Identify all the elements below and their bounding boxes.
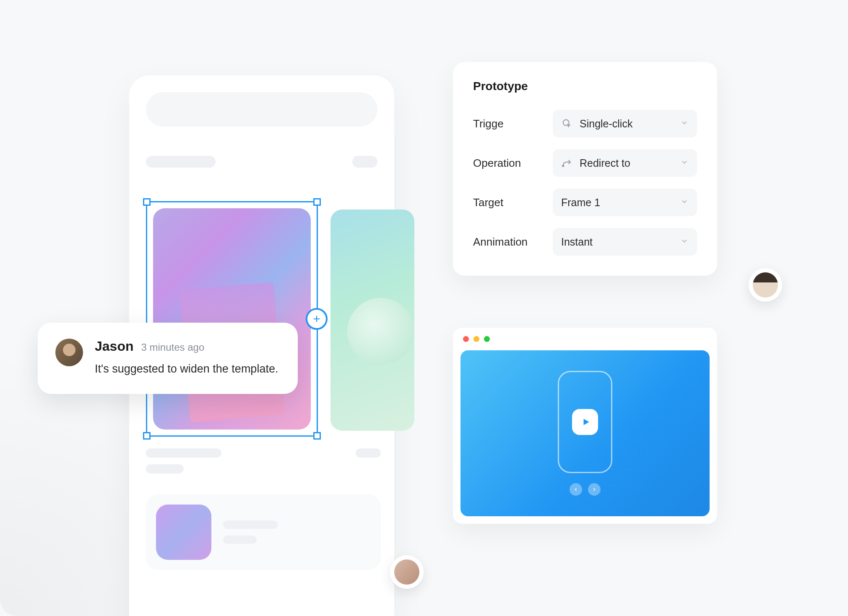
placeholder-line [146, 464, 184, 474]
redirect-icon [561, 157, 573, 169]
placeholder-pill [146, 156, 216, 168]
animation-select[interactable]: Instant [553, 228, 697, 256]
comment-text: It's suggested to widen the template. [95, 360, 280, 378]
select-value: Frame 1 [561, 197, 674, 209]
placeholder-line [146, 448, 221, 458]
phone-filter-row [146, 156, 377, 168]
placeholder-line [223, 536, 257, 544]
field-label: Annimation [473, 236, 553, 248]
field-label: Trigge [473, 117, 553, 130]
prototype-row-target: Target Frame 1 [473, 189, 697, 216]
placeholder-meta-row [146, 448, 381, 474]
field-label: Target [473, 196, 553, 209]
select-value: Redirect to [580, 157, 674, 169]
collaborator-avatar[interactable] [390, 555, 424, 589]
trigger-select[interactable]: Single-click [553, 110, 697, 137]
prev-button[interactable] [570, 483, 582, 496]
preview-canvas [460, 350, 710, 516]
window-close-icon[interactable] [463, 336, 469, 342]
chevron-down-icon [680, 158, 689, 168]
resize-handle-bottom-right[interactable] [313, 432, 321, 440]
avatar[interactable] [55, 339, 83, 366]
preview-window [453, 328, 717, 524]
resize-handle-bottom-left[interactable] [143, 432, 151, 440]
svg-point-1 [562, 165, 564, 167]
operation-select[interactable]: Redirect to [553, 149, 697, 177]
list-item-card[interactable] [146, 494, 381, 570]
window-controls [453, 328, 717, 348]
placeholder-pill [352, 156, 377, 168]
phone-search-bar[interactable] [146, 92, 377, 127]
chevron-down-icon [680, 119, 689, 129]
template-thumbnail[interactable] [153, 208, 311, 430]
panel-title: Prototype [473, 80, 697, 93]
collaborator-avatar[interactable] [749, 268, 782, 302]
field-label: Operation [473, 157, 553, 170]
thumbnail-shape [347, 298, 414, 365]
resize-handle-top-left[interactable] [143, 198, 151, 206]
chevron-down-icon [680, 197, 689, 207]
prototype-row-operation: Operation Redirect to [473, 149, 697, 177]
prototype-row-trigger: Trigge Single-click [473, 110, 697, 137]
play-button[interactable] [572, 409, 598, 435]
window-maximize-icon[interactable] [484, 336, 490, 342]
select-value: Instant [561, 236, 674, 248]
next-button[interactable] [588, 483, 601, 496]
selected-frame[interactable] [146, 201, 318, 437]
placeholder-line [223, 520, 278, 529]
add-connection-button[interactable] [306, 308, 328, 330]
device-outline [558, 371, 612, 473]
comment-body: Jason 3 minutes ago It's suggested to wi… [95, 339, 280, 378]
select-value: Single-click [580, 118, 674, 130]
chevron-down-icon [680, 237, 689, 247]
comment-card[interactable]: Jason 3 minutes ago It's suggested to wi… [38, 323, 298, 394]
mini-thumbnail [156, 505, 211, 560]
comment-author: Jason [95, 339, 133, 354]
cursor-click-icon [561, 118, 573, 129]
window-minimize-icon[interactable] [473, 336, 479, 342]
comment-timestamp: 3 minutes ago [141, 342, 204, 353]
resize-handle-top-right[interactable] [313, 198, 321, 206]
target-select[interactable]: Frame 1 [553, 189, 697, 216]
placeholder-line [356, 448, 381, 458]
prototype-panel: Prototype Trigge Single-click Operation [453, 62, 717, 276]
template-thumbnail-secondary[interactable] [330, 210, 414, 431]
prototype-row-animation: Annimation Instant [473, 228, 697, 256]
